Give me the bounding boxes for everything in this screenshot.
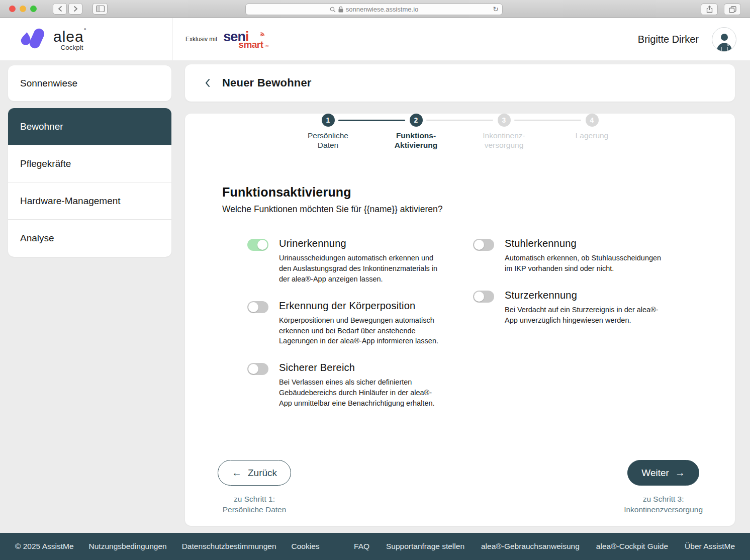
footer-link-nutzungsbedingungen[interactable]: Nutzungsbedingungen [89, 542, 167, 551]
alea-logo-icon [20, 28, 46, 51]
step-4-lagerung[interactable]: 4 Lagerung [548, 114, 636, 141]
wifi-icon [258, 30, 266, 38]
zurueck-button-label: Zurück [248, 468, 277, 479]
toggle-row-koerperposition: Erkennung der Körperposition Körperposit… [247, 300, 441, 347]
footer-link-faq[interactable]: FAQ [354, 542, 369, 551]
footer-link-cockpit-guide[interactable]: alea®-Cockpit Guide [596, 542, 668, 551]
zoom-window-button[interactable] [30, 6, 37, 12]
sidebar-icon [96, 6, 105, 12]
step-label: Lagerung [548, 131, 636, 141]
partner-branding: Exklusiv mit seni smart TM [172, 28, 265, 50]
footer-link-cookies[interactable]: Cookies [292, 542, 320, 551]
page-title-bar: Neuer Bewohner [185, 64, 735, 102]
copyright-label: © 2025 AssistMe [15, 542, 74, 551]
browser-back-button[interactable] [53, 3, 67, 15]
app-footer: © 2025 AssistMe Nutzungsbedingungen Date… [0, 533, 750, 560]
toggle-description: Körperpositionen und Bewegungen automati… [279, 315, 441, 347]
toggle-description: Urinausscheidungen automatisch erkennen … [279, 253, 441, 285]
share-button[interactable] [701, 4, 718, 15]
tabs-button[interactable] [724, 4, 741, 15]
toggle-description: Bei Verlassen eines als sicher definiert… [279, 377, 441, 409]
brand-name: alea [53, 28, 84, 45]
tabs-icon [729, 6, 736, 13]
sidebar-item-label: Analyse [20, 233, 54, 244]
sicherer-bereich-toggle[interactable] [247, 363, 268, 375]
reload-icon[interactable]: ↻ [493, 5, 499, 13]
seni-smart-logo: seni smart TM [223, 28, 265, 50]
toggle-row-stuhlerkennung: Stuhlerkennung Automatisch erkennen, ob … [473, 238, 667, 274]
koerperposition-toggle[interactable] [247, 301, 268, 313]
toggle-row-sturzerkennung: Sturzerkennung Bei Verdacht auf ein Stur… [473, 290, 667, 326]
footer-link-supportanfrage[interactable]: Supportanfrage stellen [386, 542, 464, 551]
toggle-row-sicherer-bereich: Sicherer Bereich Bei Verlassen eines als… [247, 362, 441, 409]
step-label: Funktions-Aktivierung [372, 131, 460, 150]
app-header: alea° Cockpit Exklusiv mit seni smart TM… [0, 18, 750, 60]
sidebar-item-hardware-management[interactable]: Hardware-Management [8, 182, 171, 220]
toggle-column-left: Urinerkennung Urinausscheidungen automat… [247, 238, 441, 424]
step-circle: 4 [586, 114, 599, 127]
zurueck-button[interactable]: ← Zurück [218, 460, 291, 486]
browser-sidebar-toggle-button[interactable] [92, 3, 108, 15]
partner-prefix-label: Exklusiv mit [185, 36, 217, 43]
person-plus-icon [715, 32, 733, 51]
toggle-column-right: Stuhlerkennung Automatisch erkennen, ob … [473, 238, 667, 341]
toggle-knob [257, 240, 267, 250]
footer-link-ueber-assistme[interactable]: Über AssistMe [685, 542, 735, 551]
chevron-left-icon [205, 78, 210, 87]
step-label: Inkontinenz-versorgung [460, 131, 548, 150]
sidebar: Sonnenwiese Bewohner Pflegekräfte Hardwa… [8, 65, 171, 257]
back-button[interactable] [200, 76, 214, 90]
step-circle: 2 [410, 114, 423, 127]
toggle-title: Sturzerkennung [505, 290, 667, 301]
user-avatar[interactable] [712, 27, 736, 52]
weiter-button-label: Weiter [641, 468, 669, 479]
url-text: sonnenwiese.assistme.io [346, 6, 419, 13]
urinerkennung-toggle[interactable] [247, 239, 268, 251]
toggle-knob [248, 364, 258, 374]
smart-wordmark: smart [238, 39, 263, 50]
minimize-window-button[interactable] [20, 6, 26, 12]
footer-link-datenschutz[interactable]: Datenschutzbestimmungen [182, 542, 276, 551]
sidebar-item-label: Hardware-Management [20, 196, 121, 207]
zurueck-hint: zu Schritt 1:Persönliche Daten [223, 494, 287, 515]
search-icon [330, 7, 336, 13]
step-label: PersönlicheDaten [284, 131, 372, 150]
brand-mark: ° [84, 27, 86, 34]
share-icon [706, 6, 713, 13]
toggle-knob [474, 292, 484, 302]
step-circle: 3 [498, 114, 511, 127]
toggle-title: Urinerkennung [279, 238, 441, 249]
address-bar[interactable]: sonnenwiese.assistme.io ↻ [245, 4, 503, 15]
section-subtitle: Welche Funktionen möchten Sie für {{name… [222, 204, 442, 215]
section-title: Funktionsaktivierung [222, 185, 351, 200]
step-circle: 1 [322, 114, 335, 127]
toggle-knob [474, 240, 484, 250]
footer-link-gebrauchsanweisung[interactable]: alea®-Gebrauchsanweisung [481, 542, 580, 551]
chevron-right-icon [73, 6, 78, 12]
chevron-left-icon [57, 6, 63, 12]
wizard-stepper: 1 PersönlicheDaten 2 Funktions-Aktivieru… [284, 114, 636, 162]
sidebar-item-pflegekraefte[interactable]: Pflegekräfte [8, 145, 171, 182]
weiter-button[interactable]: Weiter → [627, 460, 699, 486]
stuhlerkennung-toggle[interactable] [473, 239, 494, 251]
app-body: Sonnenwiese Bewohner Pflegekräfte Hardwa… [0, 60, 750, 533]
arrow-right-icon: → [675, 467, 685, 479]
weiter-hint: zu Schritt 3:Inkontinenzversorgung [624, 494, 703, 515]
step-1-persoenliche-daten[interactable]: 1 PersönlicheDaten [284, 114, 372, 150]
browser-forward-button[interactable] [68, 3, 82, 15]
step-2-funktions-aktivierung[interactable]: 2 Funktions-Aktivierung [372, 114, 460, 150]
toggle-description: Bei Verdacht auf ein Sturzereignis in de… [505, 305, 667, 326]
close-window-button[interactable] [9, 6, 16, 12]
toggle-knob [248, 302, 258, 312]
sidebar-item-analyse[interactable]: Analyse [8, 220, 171, 257]
browser-chrome: sonnenwiese.assistme.io ↻ [0, 0, 750, 18]
arrow-left-icon: ← [232, 467, 242, 479]
sidebar-item-bewohner[interactable]: Bewohner [8, 108, 171, 145]
sidebar-menu: Bewohner Pflegekräfte Hardware-Managemen… [8, 108, 171, 257]
sidebar-item-facility[interactable]: Sonnenwiese [8, 65, 171, 101]
sturzerkennung-toggle[interactable] [473, 291, 494, 303]
step-3-inkontinenzversorgung[interactable]: 3 Inkontinenz-versorgung [460, 114, 548, 150]
wizard-card: 1 PersönlicheDaten 2 Funktions-Aktivieru… [185, 114, 735, 526]
sidebar-item-label: Bewohner [20, 121, 63, 132]
toggle-description: Automatisch erkennen, ob Stuhlausscheidu… [505, 253, 667, 274]
